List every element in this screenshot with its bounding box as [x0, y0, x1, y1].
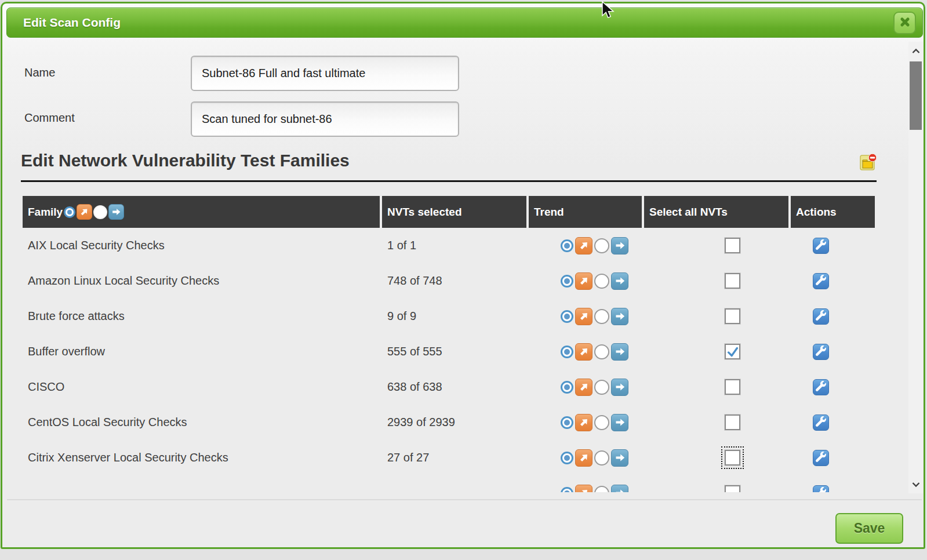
wrench-icon — [816, 487, 826, 493]
name-label: Name — [24, 66, 55, 79]
trend-nochange-icon — [611, 485, 628, 493]
column-header-family-label: Family — [28, 206, 63, 219]
header-trend-grow-radio-icon[interactable] — [64, 206, 75, 218]
trend-grow-radio[interactable] — [561, 239, 573, 252]
header-trend-static-radio-icon[interactable] — [93, 205, 107, 219]
table-row: AIX Local Security Checks 1 of 1 — [23, 228, 875, 263]
edit-family-button[interactable] — [813, 379, 829, 395]
trend-static-radio[interactable] — [594, 450, 609, 466]
comment-input[interactable] — [191, 101, 459, 137]
edit-family-button[interactable] — [813, 414, 829, 431]
nvts-selected-count: 2939 of 2939 — [382, 416, 526, 429]
edit-family-button[interactable] — [813, 238, 829, 254]
family-name: Citrix Xenserver Local Security Checks — [23, 451, 380, 464]
select-all-checkbox[interactable] — [725, 450, 740, 466]
scroll-thumb[interactable] — [910, 61, 922, 130]
nvt-family-table: Family NVTs selected Trend Select all NV… — [23, 196, 875, 492]
trend-nochange-icon — [611, 343, 628, 361]
trend-static-radio[interactable] — [594, 486, 609, 493]
select-all-checkbox[interactable] — [725, 308, 740, 324]
close-icon — [899, 16, 911, 31]
trend-widget — [561, 414, 642, 431]
edit-family-button[interactable] — [813, 273, 829, 289]
nvts-selected-count: 27 of 27 — [382, 451, 526, 464]
column-header-actions: Actions — [791, 196, 875, 228]
nvts-selected-count: 9 of 9 — [382, 310, 526, 323]
nvts-selected-count: 555 of 555 — [382, 345, 526, 358]
comment-label: Comment — [24, 111, 75, 125]
save-button[interactable]: Save — [835, 513, 903, 544]
wrench-icon — [816, 239, 826, 252]
check-icon — [726, 345, 740, 359]
select-all-checkbox[interactable] — [725, 485, 740, 492]
header-trend-nochange-icon — [108, 204, 124, 220]
column-header-nvts-selected: NVTs selected — [382, 196, 526, 228]
table-row: Buffer overflow 555 of 555 — [23, 334, 875, 369]
trend-more-icon — [575, 485, 592, 493]
edit-family-button[interactable] — [813, 485, 829, 493]
table-row — [23, 475, 875, 492]
nvts-selected-count: 1 of 1 — [382, 239, 526, 252]
edit-family-button[interactable] — [813, 308, 829, 325]
nvts-selected-count: 638 of 638 — [382, 380, 526, 394]
trend-grow-radio[interactable] — [561, 416, 573, 429]
scroll-down-button[interactable] — [908, 478, 923, 492]
select-all-checkbox[interactable] — [725, 379, 740, 395]
trend-more-icon — [575, 449, 592, 467]
trend-widget — [561, 237, 642, 254]
trend-nochange-icon — [611, 237, 628, 254]
trend-static-radio[interactable] — [594, 274, 609, 289]
table-row: CISCO 638 of 638 — [23, 369, 875, 405]
edit-family-button[interactable] — [813, 344, 829, 360]
wrench-icon — [816, 416, 826, 429]
family-name: AIX Local Security Checks — [23, 239, 380, 252]
trend-static-radio[interactable] — [594, 415, 609, 430]
trend-grow-radio[interactable] — [561, 452, 573, 464]
select-all-checkbox[interactable] — [725, 238, 740, 253]
chevron-down-icon — [911, 479, 921, 490]
scroll-up-button[interactable] — [908, 44, 923, 58]
wrench-icon — [816, 381, 826, 394]
table-header-row: Family NVTs selected Trend Select all NV… — [23, 196, 875, 228]
trend-grow-radio[interactable] — [561, 275, 573, 288]
trend-widget — [561, 272, 642, 290]
edit-family-button[interactable] — [813, 450, 829, 466]
wrench-icon — [816, 310, 826, 323]
trend-more-icon — [575, 414, 592, 431]
select-all-checkbox[interactable] — [725, 344, 740, 359]
trend-nochange-icon — [611, 272, 628, 290]
edit-scan-config-dialog: Edit Scan Config Name Comment Edit Netwo… — [1, 2, 925, 549]
vertical-scrollbar[interactable] — [908, 42, 923, 493]
wrench-icon — [816, 452, 826, 464]
trend-more-icon — [575, 237, 592, 254]
trend-more-icon — [575, 308, 592, 325]
trend-static-radio[interactable] — [594, 344, 609, 359]
wrench-icon — [816, 346, 826, 358]
column-header-select-all-nvts: Select all NVTs — [644, 196, 788, 228]
close-button[interactable] — [893, 12, 916, 34]
dialog-title: Edit Scan Config — [23, 16, 121, 30]
dialog-titlebar[interactable]: Edit Scan Config — [6, 8, 923, 38]
trend-widget — [561, 485, 642, 493]
dialog-scroll-area: Name Comment Edit Network Vulnerability … — [2, 41, 906, 492]
trend-widget — [561, 379, 642, 396]
select-all-checkbox[interactable] — [725, 273, 740, 289]
family-name: Buffer overflow — [23, 345, 380, 358]
table-row: Amazon Linux Local Security Checks 748 o… — [23, 263, 875, 299]
trend-static-radio[interactable] — [594, 380, 609, 395]
trend-grow-radio[interactable] — [561, 381, 573, 394]
select-all-checkbox[interactable] — [725, 414, 740, 430]
column-header-family: Family — [23, 196, 380, 228]
name-input[interactable] — [191, 56, 459, 91]
trend-static-radio[interactable] — [594, 238, 609, 253]
trend-widget — [561, 308, 642, 325]
trend-nochange-icon — [611, 379, 628, 396]
column-header-trend: Trend — [529, 196, 642, 228]
sync-config-folder-icon[interactable] — [859, 153, 877, 171]
trend-nochange-icon — [611, 449, 628, 467]
trend-grow-radio[interactable] — [561, 310, 573, 323]
trend-grow-radio[interactable] — [561, 487, 573, 493]
chevron-up-icon — [911, 46, 921, 56]
trend-grow-radio[interactable] — [561, 346, 573, 358]
trend-static-radio[interactable] — [594, 309, 609, 324]
